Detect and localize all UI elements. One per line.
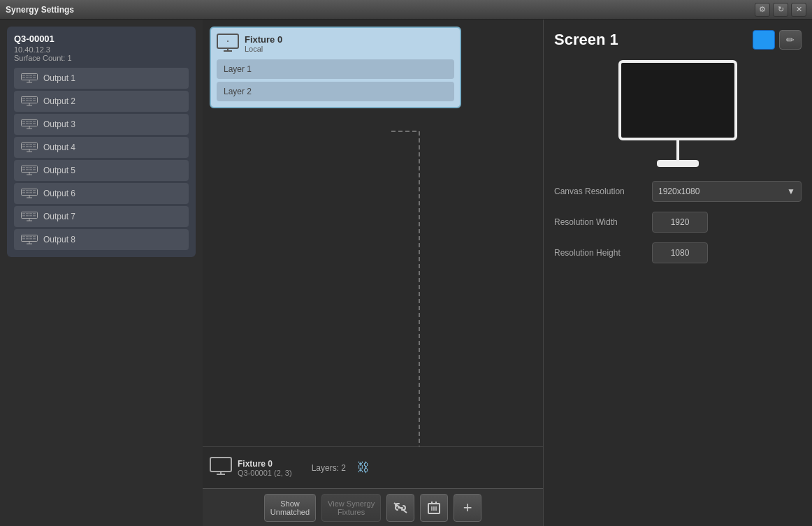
- svg-rect-24: [26, 121, 29, 122]
- refresh-btn[interactable]: ↻: [773, 3, 788, 17]
- svg-rect-16: [22, 100, 25, 101]
- fixture-layer-2[interactable]: Layer 2: [217, 82, 454, 101]
- add-button[interactable]: +: [454, 494, 481, 522]
- svg-rect-30: [33, 123, 36, 124]
- svg-rect-71: [22, 215, 25, 217]
- screen-color-button[interactable]: [753, 30, 775, 50]
- svg-rect-60: [22, 192, 25, 193]
- view-synergy-fixtures-button[interactable]: View SynergyFixtures: [321, 494, 381, 522]
- output-label-3: Output 3: [43, 119, 75, 129]
- show-unmatched-button[interactable]: ShowUnmatched: [264, 494, 316, 522]
- fixture-link-icon: ⛓: [357, 460, 370, 475]
- fixture-info-layers: Layers: 2: [312, 463, 346, 473]
- output-icon-1: [21, 73, 38, 84]
- fixture-monitor-icon: [217, 34, 239, 54]
- monitor-frame: [618, 60, 737, 140]
- svg-rect-50: [26, 169, 29, 170]
- svg-rect-23: [22, 121, 25, 122]
- fixture-title-group: Fixture 0 Local: [245, 34, 282, 53]
- left-panel: Q3-00001 10.40.12.3 Surface Count: 1 Out…: [0, 20, 203, 526]
- svg-rect-52: [33, 169, 36, 170]
- svg-rect-79: [26, 236, 29, 238]
- screen-header-btns: ✏: [753, 30, 802, 50]
- svg-rect-82: [22, 238, 25, 240]
- output-item-8[interactable]: Output 8: [14, 229, 189, 250]
- svg-rect-13: [26, 98, 29, 99]
- output-icon-3: [21, 119, 38, 130]
- output-item-2[interactable]: Output 2: [14, 91, 189, 112]
- svg-rect-61: [26, 192, 29, 193]
- svg-rect-6: [26, 77, 29, 78]
- fixture-info-name: Fixture 0: [238, 459, 292, 469]
- svg-rect-81: [33, 236, 36, 238]
- svg-rect-3: [29, 75, 32, 76]
- resolution-height-row: Resolution Height 1080: [554, 242, 802, 263]
- output-label-6: Output 6: [43, 189, 75, 198]
- output-item-4[interactable]: Output 4: [14, 137, 189, 158]
- output-icon-2: [21, 96, 38, 107]
- svg-rect-1: [22, 75, 25, 76]
- resolution-height-value[interactable]: 1080: [652, 242, 708, 263]
- svg-rect-49: [22, 169, 25, 170]
- svg-rect-36: [29, 144, 32, 145]
- output-item-1[interactable]: Output 1: [14, 68, 189, 89]
- output-icon-7: [21, 211, 38, 222]
- svg-rect-78: [22, 236, 25, 238]
- delete-button[interactable]: [420, 494, 448, 522]
- output-icon-6: [21, 188, 38, 199]
- svg-point-91: [227, 41, 229, 42]
- device-card: Q3-00001 10.40.12.3 Surface Count: 1 Out…: [7, 27, 196, 257]
- output-item-6[interactable]: Output 6: [14, 183, 189, 204]
- window-title: Synergy Settings: [6, 5, 74, 15]
- screen-edit-button[interactable]: ✏: [779, 30, 802, 50]
- output-item-7[interactable]: Output 7: [14, 206, 189, 227]
- canvas-resolution-dropdown[interactable]: 1920x1080 ▼: [652, 181, 802, 202]
- right-panel: Screen 1 ✏ Canvas Resolution 1920x1080 ▼…: [543, 20, 812, 526]
- svg-rect-48: [33, 167, 36, 168]
- svg-rect-62: [29, 192, 32, 193]
- svg-rect-38: [22, 146, 25, 147]
- svg-rect-70: [33, 213, 36, 214]
- fixture-header: Fixture 0 Local: [217, 34, 454, 54]
- svg-rect-27: [22, 123, 25, 124]
- output-item-3[interactable]: Output 3: [14, 114, 189, 135]
- svg-rect-67: [22, 213, 25, 214]
- svg-rect-40: [29, 146, 32, 147]
- svg-rect-72: [26, 215, 29, 217]
- output-label-5: Output 5: [43, 166, 75, 175]
- resolution-width-row: Resolution Width 1920: [554, 212, 802, 233]
- canvas-resolution-value: 1920x1080: [658, 187, 699, 196]
- svg-rect-41: [33, 146, 36, 147]
- svg-rect-35: [26, 144, 29, 145]
- svg-rect-85: [33, 238, 36, 240]
- output-item-5[interactable]: Output 5: [14, 160, 189, 181]
- resolution-width-value[interactable]: 1920: [652, 212, 708, 233]
- output-label-1: Output 1: [43, 73, 75, 83]
- svg-rect-59: [33, 190, 36, 191]
- unlink-button[interactable]: [386, 494, 414, 522]
- fixture-info-row: Fixture 0 Q3-00001 (2, 3) Layers: 2 ⛓: [210, 457, 370, 478]
- bottom-fixture-icon: [210, 457, 232, 478]
- svg-rect-5: [22, 77, 25, 78]
- monitor-stand-base: [657, 160, 699, 167]
- output-label-7: Output 7: [43, 212, 75, 221]
- fixture-layer-1[interactable]: Layer 1: [217, 59, 454, 79]
- svg-rect-39: [26, 146, 29, 147]
- settings-btn[interactable]: ⚙: [755, 3, 770, 17]
- title-bar-controls: ⚙ ↻ ✕: [755, 3, 806, 17]
- fixture-area: Fixture 0 Local Layer 1 Layer 2: [203, 20, 543, 446]
- svg-rect-12: [22, 98, 25, 99]
- svg-rect-47: [29, 167, 32, 168]
- svg-rect-74: [33, 215, 36, 217]
- fixture-title: Fixture 0: [245, 34, 282, 45]
- svg-rect-80: [29, 236, 32, 238]
- svg-rect-58: [29, 190, 32, 191]
- output-icon-8: [21, 234, 38, 245]
- center-panel: Fixture 0 Local Layer 1 Layer 2: [203, 20, 543, 526]
- fixture-card[interactable]: Fixture 0 Local Layer 1 Layer 2: [210, 27, 461, 108]
- title-bar: Synergy Settings ⚙ ↻ ✕: [0, 0, 812, 20]
- svg-rect-63: [33, 192, 36, 193]
- svg-rect-19: [33, 100, 36, 101]
- close-btn[interactable]: ✕: [791, 3, 806, 17]
- output-label-2: Output 2: [43, 96, 75, 106]
